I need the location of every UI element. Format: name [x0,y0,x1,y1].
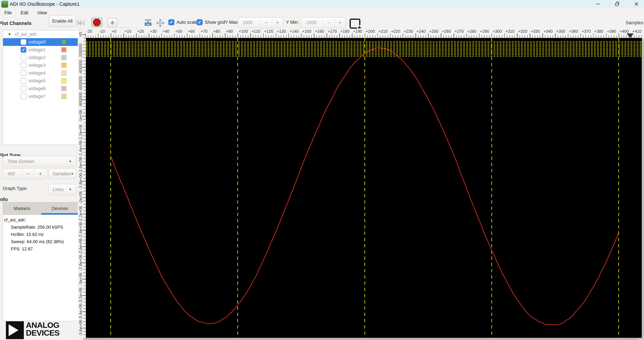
channel-color-swatch[interactable] [61,55,66,60]
y-max-input[interactable]: 1000 [242,20,261,25]
sample-count-decrement-button[interactable]: − [22,169,34,179]
plot-area[interactable] [86,38,642,338]
horizontal-scrollbar-thumb[interactable] [85,338,638,340]
y-max-increment-button[interactable]: + [272,17,283,28]
chevron-down-icon: ▼ [68,187,72,191]
channel-color-swatch[interactable] [61,47,66,52]
vertical-scrollbar[interactable] [642,38,644,338]
x-position-marker [626,33,634,38]
plot-domain-dropdown[interactable]: Time Domain ▼ [3,156,76,167]
channel-label: voltage0 [28,39,46,45]
channel-checkbox-voltage7[interactable] [20,93,26,99]
channel-color-swatch[interactable] [61,94,66,99]
graph-type-value: Lines [53,187,68,192]
x-tick-label: +150 [302,29,311,34]
sample-count-spinner[interactable]: 400 − + [3,169,47,179]
y-min-increment-button[interactable]: + [334,17,346,28]
expander-triangle-icon[interactable]: ▼ [8,32,11,36]
capture-record-button[interactable] [91,17,103,28]
channel-color-swatch[interactable] [61,86,66,91]
plot-channels-title: Plot Channels [0,20,32,26]
menu-file[interactable]: File [0,8,16,17]
analog-devices-logo: ANALOG DEVICES [6,321,60,339]
channel-row-voltage6[interactable]: voltage6 [3,85,80,92]
x-tick-label: +160 [315,29,324,34]
maximize-button[interactable] [609,0,625,8]
channel-row-voltage7[interactable]: voltage7 [3,92,80,100]
x-tick-label: +360 [569,29,578,34]
y-max-decrement-button[interactable]: − [261,17,272,28]
x-tick-label: +310 [506,29,514,34]
channel-row-voltage2[interactable]: voltage2 [3,54,80,61]
channel-row-voltage4[interactable]: voltage4 [3,69,80,77]
zoom-in-button[interactable] [108,18,117,27]
menu-view[interactable]: View [33,8,52,17]
new-plot-button[interactable]: + [350,18,360,29]
device-group-row[interactable]: ▼ cf_axi_adc [3,30,80,38]
x-tick-label: +380 [594,29,604,34]
channel-checkbox-voltage3[interactable] [20,62,26,68]
x-tick-label: +320 [518,29,527,34]
menu-bar: FileEditView [0,8,644,18]
channel-checkbox-voltage0[interactable] [20,39,26,45]
channel-label: voltage2 [28,55,46,60]
device-info-line: Sweep: 64.00 ms (82.38%) [11,239,79,244]
window-title: ADI IIO Oscilloscope - Capture1 [10,1,80,7]
channel-row-voltage0[interactable]: voltage0 [3,38,80,46]
x-tick-label: +130 [277,29,286,34]
sample-count-increment-button[interactable]: + [34,169,46,179]
channel-row-voltage5[interactable]: voltage5 [3,77,80,85]
x-tick-label: -10 [99,29,105,34]
x-tick-label: +240 [416,29,426,34]
x-tick-label: +410 [632,29,642,34]
horizontal-scrollbar[interactable] [83,338,644,340]
channel-color-swatch[interactable] [61,39,66,45]
x-tick-label: +370 [582,29,591,34]
minimize-button[interactable] [590,0,606,8]
y-min-input[interactable]: -1000 [305,20,323,25]
channel-checkbox-voltage4[interactable] [20,70,26,76]
close-button[interactable] [628,0,644,8]
sample-unit-dropdown[interactable]: Samples ▼ [48,169,76,179]
channel-row-voltage1[interactable]: ✔voltage1 [3,46,80,54]
tab-devices[interactable]: Devices [41,202,79,215]
x-tick-label: +210 [378,29,388,34]
adi-logo-icon [6,321,24,339]
vertical-scrollbar-thumb[interactable] [642,39,644,337]
close-icon [634,1,639,7]
device-info-name: cf_axi_adc: [4,217,79,223]
channel-checkbox-voltage5[interactable] [20,78,26,84]
channel-color-swatch[interactable] [61,70,66,76]
channel-row-voltage3[interactable]: voltage3 [3,61,80,69]
y-min-decrement-button[interactable]: − [323,17,334,28]
x-tick-label: +280 [467,29,476,34]
minimize-icon [595,1,601,7]
menu-edit[interactable]: Edit [16,8,33,17]
pan-button[interactable] [156,19,164,27]
y-max-label: Y Max: [225,20,239,25]
x-axis-unit-label: Samples [626,20,643,25]
capture-skip-button[interactable] [78,17,86,26]
channel-checkbox-voltage6[interactable] [20,86,26,91]
x-tick-label: +30 [150,29,157,34]
save-capture-button[interactable] [144,19,152,26]
x-tick-label: +140 [290,29,299,34]
show-grid-label: Show grid [205,20,225,25]
tab-markers[interactable]: Markers [3,202,41,215]
graph-type-dropdown[interactable]: Lines ▼ [48,184,76,195]
enable-all-button[interactable]: Enable All [48,15,76,27]
new-plot-icon: + [350,18,360,29]
x-axis-ruler: -20-10+0+10+20+30+40+50+60+70+80+90+100+… [80,29,644,38]
channel-color-swatch[interactable] [61,63,66,68]
x-tick-label: +180 [340,29,350,34]
channel-color-swatch[interactable] [61,78,66,84]
device-info-line: Hz/Bin: 15.62 Hz [11,232,79,237]
app-window: ADI IIO Oscilloscope - Capture1 FileEdit… [0,0,644,340]
show-grid-checkbox[interactable]: ✔ [196,19,203,25]
device-info-line: SampleRate: 256.00 kSPS [11,225,79,230]
channel-checkbox-voltage1[interactable]: ✔ [20,47,26,53]
channel-label: voltage6 [28,86,46,91]
channel-checkbox-voltage2[interactable] [20,55,26,60]
auto-scale-checkbox[interactable]: ✔ [168,19,174,25]
x-tick-label: +60 [188,29,195,34]
